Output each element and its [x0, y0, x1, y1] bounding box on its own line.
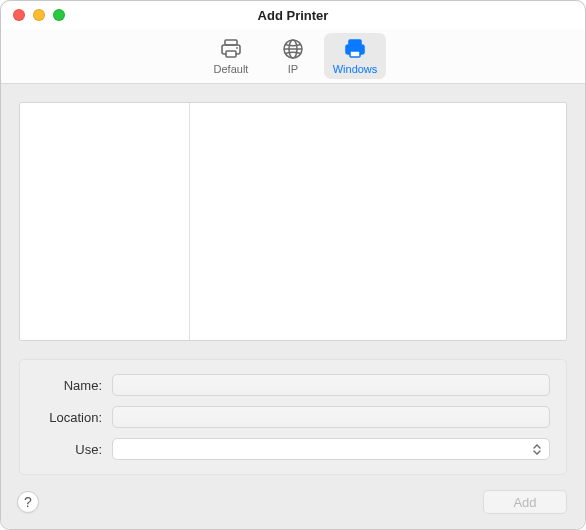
tab-label: Windows — [333, 63, 378, 75]
location-field[interactable] — [112, 406, 550, 428]
add-button[interactable]: Add — [483, 490, 567, 514]
printer-icon — [219, 37, 243, 61]
help-button[interactable]: ? — [17, 491, 39, 513]
tab-ip[interactable]: IP — [262, 33, 324, 79]
titlebar: Add Printer — [1, 1, 585, 29]
chevron-updown-icon — [531, 444, 543, 455]
add-printer-window: Add Printer Default — [0, 0, 586, 530]
svg-rect-2 — [226, 51, 236, 57]
source-tabs: Default IP — [1, 29, 585, 84]
tab-label: Default — [214, 63, 249, 75]
close-window-button[interactable] — [13, 9, 25, 21]
svg-point-10 — [360, 47, 362, 49]
printer-list[interactable] — [190, 103, 566, 340]
tab-label: IP — [288, 63, 298, 75]
help-icon: ? — [24, 494, 32, 510]
globe-icon — [282, 37, 304, 61]
tab-windows[interactable]: Windows — [324, 33, 386, 79]
name-field[interactable] — [112, 374, 550, 396]
window-controls — [1, 9, 65, 21]
minimize-window-button[interactable] — [33, 9, 45, 21]
location-label: Location: — [32, 410, 102, 425]
svg-rect-9 — [350, 51, 360, 57]
name-label: Name: — [32, 378, 102, 393]
tab-default[interactable]: Default — [200, 33, 262, 79]
printer-windows-icon — [343, 37, 367, 61]
workgroup-list[interactable] — [20, 103, 190, 340]
add-button-label: Add — [513, 495, 536, 510]
use-label: Use: — [32, 442, 102, 457]
printer-form: Name: Location: Use: — [19, 359, 567, 475]
footer: ? Add — [1, 475, 585, 529]
content-area: Name: Location: Use: — [1, 84, 585, 475]
zoom-window-button[interactable] — [53, 9, 65, 21]
network-browser — [19, 102, 567, 341]
svg-point-3 — [236, 47, 238, 49]
use-select[interactable] — [112, 438, 550, 460]
window-title: Add Printer — [1, 8, 585, 23]
